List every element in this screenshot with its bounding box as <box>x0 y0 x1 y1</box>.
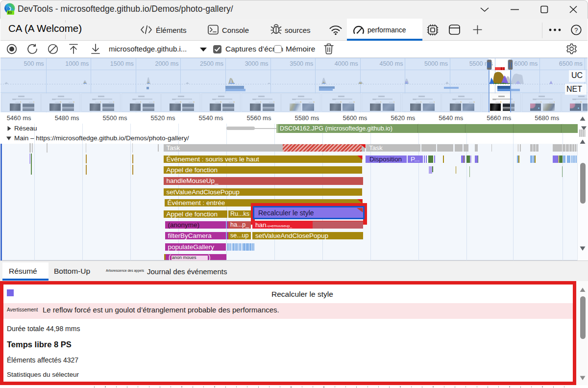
svg-text:?: ? <box>574 26 578 34</box>
svg-text:E!/: E!/ <box>8 11 12 14</box>
